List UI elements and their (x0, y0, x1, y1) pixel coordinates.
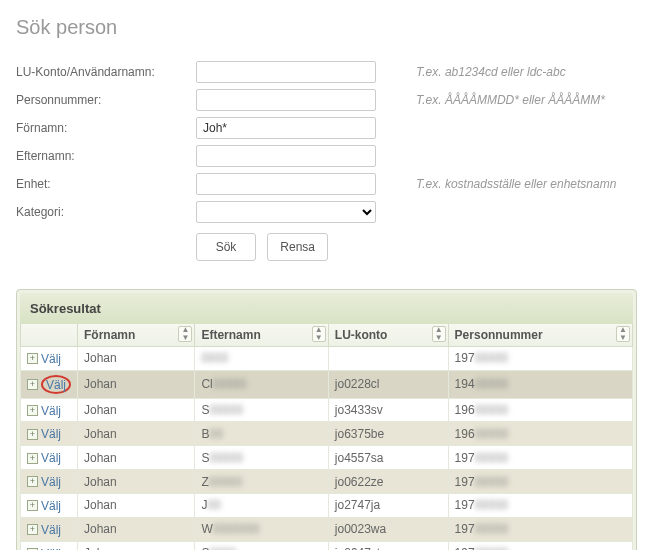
select-cell: +Välj (21, 422, 78, 446)
cell-fornamn: Johan (78, 493, 195, 517)
page-title: Sök person (16, 16, 637, 39)
cell-pnr: 19700000 (448, 517, 632, 541)
cell-efternamn: W0000000 (195, 517, 328, 541)
table-row: +VäljJohanB00jo6375be19600000 (21, 422, 633, 446)
select-cell: +Välj (21, 541, 78, 550)
cell-fornamn: Johan (78, 398, 195, 422)
cell-pnr: 19400000 (448, 370, 632, 398)
table-row: +VäljJohanS0000jo0647st19700000 (21, 541, 633, 550)
expand-icon[interactable]: + (27, 453, 38, 464)
cell-fornamn: Johan (78, 422, 195, 446)
col-select (21, 324, 78, 347)
cell-efternamn: B00 (195, 422, 328, 446)
cell-pnr: 19700000 (448, 446, 632, 470)
cell-lukonto: jo0647st (328, 541, 448, 550)
expand-icon[interactable]: + (27, 500, 38, 511)
cell-lukonto: jo6375be (328, 422, 448, 446)
sort-icon[interactable]: ▲▼ (432, 326, 446, 342)
form-input-2[interactable] (196, 117, 376, 139)
cell-pnr: 19600000 (448, 422, 632, 446)
form-input-1[interactable] (196, 89, 376, 111)
table-row: +VäljJohanZ00000jo0622ze19700000 (21, 470, 633, 494)
col-header[interactable]: Efternamn▲▼ (195, 324, 328, 347)
select-link[interactable]: Välj (41, 451, 61, 465)
form-label: Personnummer: (16, 93, 196, 107)
cell-efternamn: Cl00000 (195, 370, 328, 398)
results-title: Sökresultat (20, 293, 633, 324)
sort-icon[interactable]: ▲▼ (616, 326, 630, 342)
select-cell: +Välj (21, 398, 78, 422)
table-row: +VäljJohan000019700000 (21, 347, 633, 371)
select-cell: +Välj (21, 446, 78, 470)
cell-pnr: 19700000 (448, 541, 632, 550)
sort-icon[interactable]: ▲▼ (312, 326, 326, 342)
form-label: Enhet: (16, 177, 196, 191)
table-row: +VäljJohanS00000jo4557sa19700000 (21, 446, 633, 470)
table-row: +VäljJohanS00000jo3433sv19600000 (21, 398, 633, 422)
select-link[interactable]: Välj (41, 352, 61, 366)
cell-fornamn: Johan (78, 517, 195, 541)
cell-fornamn: Johan (78, 470, 195, 494)
table-row: +VäljJohanCl00000jo0228cl19400000 (21, 370, 633, 398)
cell-fornamn: Johan (78, 446, 195, 470)
cell-efternamn: S00000 (195, 398, 328, 422)
form-input-4[interactable] (196, 173, 376, 195)
cell-lukonto: jo0228cl (328, 370, 448, 398)
expand-icon[interactable]: + (27, 476, 38, 487)
form-hint: T.ex. kostnadsställe eller enhetsnamn (416, 177, 616, 191)
expand-icon[interactable]: + (27, 379, 38, 390)
expand-icon[interactable]: + (27, 405, 38, 416)
select-link[interactable]: Välj (41, 523, 61, 537)
cell-efternamn: Z00000 (195, 470, 328, 494)
cell-lukonto: jo2747ja (328, 493, 448, 517)
cell-lukonto (328, 347, 448, 371)
col-header[interactable]: Förnamn▲▼ (78, 324, 195, 347)
search-button[interactable]: Sök (196, 233, 256, 261)
form-input-5[interactable] (196, 201, 376, 223)
cell-lukonto: jo4557sa (328, 446, 448, 470)
select-cell: +Välj (21, 493, 78, 517)
cell-efternamn: S0000 (195, 541, 328, 550)
form-input-0[interactable] (196, 61, 376, 83)
cell-lukonto: jo0622ze (328, 470, 448, 494)
select-cell: +Välj (21, 470, 78, 494)
form-label: LU-Konto/Användarnamn: (16, 65, 196, 79)
select-link[interactable]: Välj (41, 427, 61, 441)
expand-icon[interactable]: + (27, 524, 38, 535)
table-row: +VäljJohanJ00jo2747ja19700000 (21, 493, 633, 517)
highlight-circle-icon: Välj (41, 375, 71, 394)
sort-icon[interactable]: ▲▼ (178, 326, 192, 342)
form-hint: T.ex. ab1234cd eller ldc-abc (416, 65, 566, 79)
select-link[interactable]: Välj (41, 403, 61, 417)
cell-lukonto: jo0023wa (328, 517, 448, 541)
form-hint: T.ex. ÅÅÅÅMMDD* eller ÅÅÅÅMM* (416, 93, 605, 107)
cell-fornamn: Johan (78, 541, 195, 550)
select-link[interactable]: Välj (41, 546, 61, 550)
reset-button[interactable]: Rensa (267, 233, 328, 261)
form-label: Efternamn: (16, 149, 196, 163)
search-form: LU-Konto/Användarnamn:T.ex. ab1234cd ell… (16, 61, 637, 261)
select-link[interactable]: Välj (41, 475, 61, 489)
cell-pnr: 19700000 (448, 493, 632, 517)
select-cell: +Välj (21, 347, 78, 371)
form-label: Kategori: (16, 205, 196, 219)
form-input-3[interactable] (196, 145, 376, 167)
results-panel: Sökresultat Förnamn▲▼Efternamn▲▼LU-konto… (16, 289, 637, 550)
select-cell: +Välj (21, 517, 78, 541)
cell-pnr: 19700000 (448, 470, 632, 494)
expand-icon[interactable]: + (27, 429, 38, 440)
form-label: Förnamn: (16, 121, 196, 135)
results-table: Förnamn▲▼Efternamn▲▼LU-konto▲▼Personnumm… (20, 324, 633, 550)
col-header[interactable]: LU-konto▲▼ (328, 324, 448, 347)
cell-fornamn: Johan (78, 370, 195, 398)
expand-icon[interactable]: + (27, 353, 38, 364)
cell-efternamn: J00 (195, 493, 328, 517)
cell-fornamn: Johan (78, 347, 195, 371)
select-link[interactable]: Välj (41, 499, 61, 513)
cell-lukonto: jo3433sv (328, 398, 448, 422)
cell-pnr: 19600000 (448, 398, 632, 422)
select-link[interactable]: Välj (46, 378, 66, 392)
table-row: +VäljJohanW0000000jo0023wa19700000 (21, 517, 633, 541)
select-cell: +Välj (21, 370, 78, 398)
col-header[interactable]: Personnummer▲▼ (448, 324, 632, 347)
